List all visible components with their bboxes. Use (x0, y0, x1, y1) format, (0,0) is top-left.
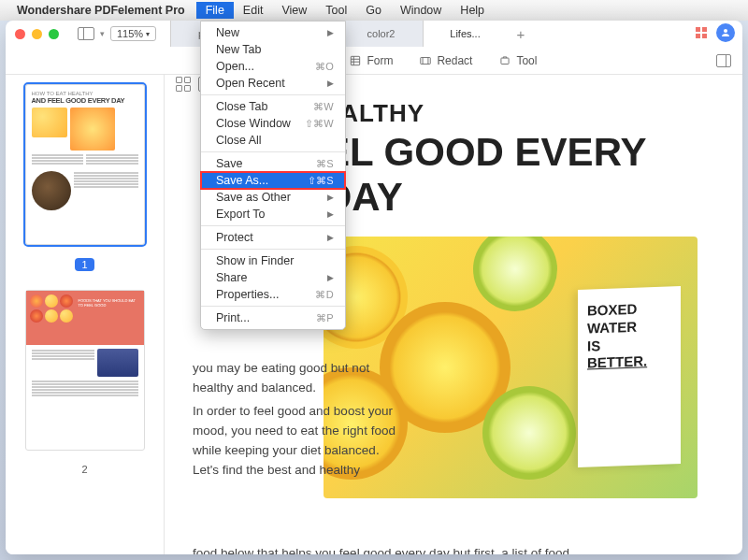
menu-item-close-window[interactable]: Close Window⇧⌘W (201, 115, 345, 132)
menu-view[interactable]: View (272, 2, 316, 19)
app-grid-icon[interactable] (696, 27, 707, 38)
menu-item-close-tab[interactable]: Close Tab⌘W (201, 98, 345, 115)
page-thumbnail[interactable]: HOW TO EAT HEALTHY AND FEEL GOOD EVERY D… (25, 84, 145, 245)
menu-item-save[interactable]: Save⌘S (201, 155, 345, 172)
menu-item-open-recent[interactable]: Open Recent▶ (201, 75, 345, 92)
thumb-title-bold: AND FEEL GOOD EVERY DAY (32, 96, 138, 105)
doc-tab-label: Lifes... (450, 28, 480, 39)
body-paragraph: you may be eating good but not healthy a… (193, 359, 408, 398)
menu-edit[interactable]: Edit (234, 2, 273, 19)
carton-graphic: BOXED WATER IS BETTER. (578, 286, 681, 467)
panel-toggle-icon[interactable] (716, 54, 731, 67)
page-number-badge: 1 (75, 258, 94, 271)
page-number: 2 (81, 464, 87, 475)
menu-window[interactable]: Window (391, 2, 451, 19)
svg-rect-5 (501, 58, 509, 64)
svg-point-0 (724, 29, 727, 33)
doc-tab[interactable]: color2 (338, 21, 423, 47)
toolbar-redact-button[interactable]: Redact (419, 54, 472, 67)
menu-item-open[interactable]: Open...⌘O (201, 58, 345, 75)
toolbar-label: Redact (437, 54, 472, 67)
toolbar: Image Link Form Redact Tool (6, 47, 742, 75)
doc-heading-1: EALTHY (324, 99, 714, 128)
doc-tab-active[interactable]: Lifes... (423, 21, 507, 47)
menu-item-show-in-finder[interactable]: Show in Finder (201, 252, 345, 269)
menu-item-properties[interactable]: Properties...⌘D (201, 286, 345, 303)
toolbar-form-button[interactable]: Form (349, 54, 393, 67)
menu-tool[interactable]: Tool (316, 2, 356, 19)
thumbnail-panel: HOW TO EAT HEALTHY AND FEEL GOOD EVERY D… (6, 75, 165, 554)
doc-tab-label: color2 (367, 28, 396, 39)
svg-rect-4 (421, 57, 431, 64)
menu-item-share[interactable]: Share▶ (201, 269, 345, 286)
menu-item-close-all[interactable]: Close All (201, 132, 345, 149)
account-avatar-icon[interactable] (716, 23, 735, 42)
body-paragraph: In order to feel good and boost your moo… (193, 402, 408, 481)
bullet-list: • Grains – Avoid them if you are worried… (462, 552, 714, 554)
doc-heading-2: EL GOOD EVERY DAY (324, 130, 714, 220)
toolbar-tool-button[interactable]: Tool (498, 54, 537, 67)
menu-go[interactable]: Go (356, 2, 391, 19)
sidebar-toggle-icon[interactable] (78, 27, 94, 40)
toolbar-label: Form (367, 54, 393, 67)
menu-item-export-to[interactable]: Export To▶ (201, 206, 345, 223)
svg-rect-3 (352, 56, 360, 65)
menu-item-new[interactable]: New▶ (201, 24, 345, 41)
system-menubar: Wondershare PDFelement Pro File Edit Vie… (0, 0, 748, 21)
zoom-value: 115% (117, 28, 143, 39)
menu-item-new-tab[interactable]: New Tab (201, 41, 345, 58)
app-window: ▾ 115% prod... Prod... color2 Lifes... +… (6, 21, 742, 554)
list-item: • Grains – Avoid them if you are worried… (462, 552, 714, 554)
menu-help[interactable]: Help (451, 2, 494, 19)
menu-item-print[interactable]: Print...⌘P (201, 309, 345, 326)
menu-item-save-as-other[interactable]: Save as Other▶ (201, 189, 345, 206)
page-thumbnail[interactable]: FOODS THAT YOU SHOULD EAT TO FEEL GOOD (25, 290, 145, 451)
file-menu-dropdown: New▶ New Tab Open...⌘O Open Recent▶ Clos… (200, 21, 346, 330)
menu-item-save-as[interactable]: Save As...⇧⌘S (201, 172, 345, 189)
window-controls (15, 29, 59, 39)
app-name[interactable]: Wondershare PDFelement Pro (17, 4, 185, 17)
fullscreen-window-icon[interactable] (49, 29, 59, 39)
minimize-window-icon[interactable] (32, 29, 42, 39)
zoom-select[interactable]: 115% (110, 26, 156, 41)
new-tab-button[interactable]: + (507, 21, 535, 47)
menu-file[interactable]: File (196, 2, 234, 19)
toolbar-label: Tool (516, 54, 537, 67)
close-window-icon[interactable] (15, 29, 25, 39)
menu-item-protect[interactable]: Protect▶ (201, 229, 345, 246)
titlebar: ▾ 115% prod... Prod... color2 Lifes... + (6, 21, 742, 47)
